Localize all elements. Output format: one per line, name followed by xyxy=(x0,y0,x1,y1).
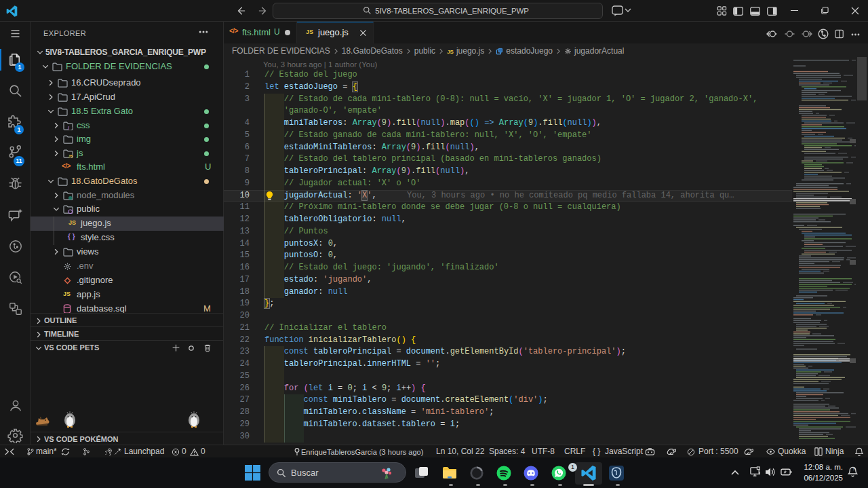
svg-text:/: / xyxy=(68,125,69,130)
svg-text:JS: JS xyxy=(68,153,73,157)
svg-text:z: z xyxy=(853,467,855,471)
